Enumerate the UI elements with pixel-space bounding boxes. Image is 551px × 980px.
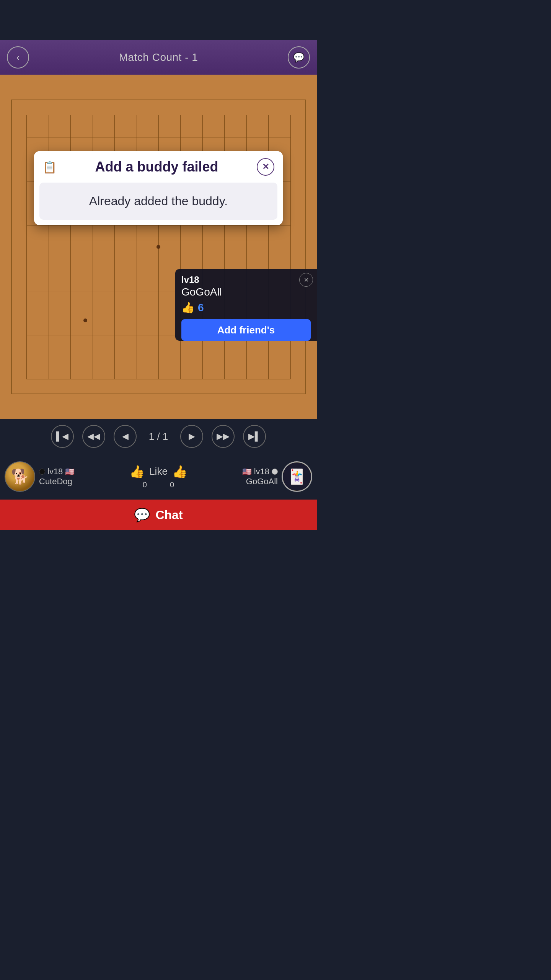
right-player-name: GoGoAll — [246, 477, 278, 487]
center-likes: 👍 Like 👍 0 0 — [129, 464, 187, 489]
chat-button[interactable]: 💬 — [288, 46, 310, 69]
right-player-level-row: 🇺🇸 lv18 — [242, 467, 278, 477]
dialog-body: Already added the buddy. — [39, 183, 277, 220]
right-player-flag: 🇺🇸 — [242, 467, 252, 476]
black-stone-icon — [39, 469, 45, 475]
header: ‹ Match Count - 1 💬 — [0, 40, 317, 75]
dialog-title: Add a buddy failed — [60, 159, 253, 175]
chat-bar[interactable]: 💬 Chat — [0, 500, 317, 530]
right-player-avatar — [282, 461, 312, 492]
left-player-level-row: lv18 🇺🇸 — [39, 467, 75, 477]
playback-counter: 1 / 1 — [145, 431, 172, 443]
left-player-avatar — [5, 461, 35, 492]
white-stone-icon — [272, 469, 278, 475]
player-left: lv18 🇺🇸 CuteDog — [5, 461, 75, 492]
skip-to-start-button[interactable]: ▌◀ — [51, 425, 74, 448]
dialog-close-button[interactable]: ✕ — [257, 158, 274, 176]
dialog-message: Already added the buddy. — [89, 194, 228, 208]
left-player-flag: 🇺🇸 — [65, 467, 75, 476]
chat-bubble-icon: 💬 — [134, 507, 150, 523]
likes-nums-row: 0 0 — [143, 480, 174, 489]
top-bar — [0, 0, 317, 40]
player-right: 🇺🇸 lv18 GoGoAll — [242, 461, 312, 492]
like-left-count: 0 — [143, 480, 147, 489]
back-button[interactable]: ‹ — [7, 46, 29, 69]
fast-forward-button[interactable]: ▶▶ — [212, 425, 235, 448]
board-area: 📋 Add a buddy failed ✕ Already added the… — [0, 75, 317, 419]
clipboard-icon: 📋 — [42, 160, 57, 174]
skip-to-end-button[interactable]: ▶▌ — [243, 425, 266, 448]
chat-icon: 💬 — [293, 52, 305, 63]
chat-label: Chat — [155, 508, 183, 522]
like-label: Like — [149, 466, 168, 477]
playback-bar: ▌◀ ◀◀ ◀ 1 / 1 ▶ ▶▶ ▶▌ — [0, 419, 317, 454]
dialog-overlay: 📋 Add a buddy failed ✕ Already added the… — [0, 75, 317, 419]
left-player-name: CuteDog — [39, 477, 75, 487]
dialog-header: 📋 Add a buddy failed ✕ — [34, 151, 283, 183]
dog-avatar-image — [5, 462, 34, 491]
like-right-button[interactable]: 👍 — [172, 464, 187, 479]
right-player-level: lv18 — [254, 467, 269, 477]
rewind-button[interactable]: ◀ — [114, 425, 137, 448]
add-buddy-failed-dialog: 📋 Add a buddy failed ✕ Already added the… — [34, 151, 283, 225]
rewind-fast-button[interactable]: ◀◀ — [82, 425, 105, 448]
cards-avatar-image — [283, 462, 311, 491]
left-player-level: lv18 — [47, 467, 63, 477]
likes-row: 👍 Like 👍 — [129, 464, 187, 479]
right-player-info: 🇺🇸 lv18 GoGoAll — [242, 467, 278, 487]
like-left-button[interactable]: 👍 — [129, 464, 145, 479]
left-player-info: lv18 🇺🇸 CuteDog — [39, 467, 75, 487]
play-button[interactable]: ▶ — [180, 425, 203, 448]
like-right-count: 0 — [170, 480, 174, 489]
header-title: Match Count - 1 — [119, 51, 198, 64]
player-bar: lv18 🇺🇸 CuteDog 👍 Like 👍 0 0 🇺🇸 lv18 GoG… — [0, 454, 317, 500]
